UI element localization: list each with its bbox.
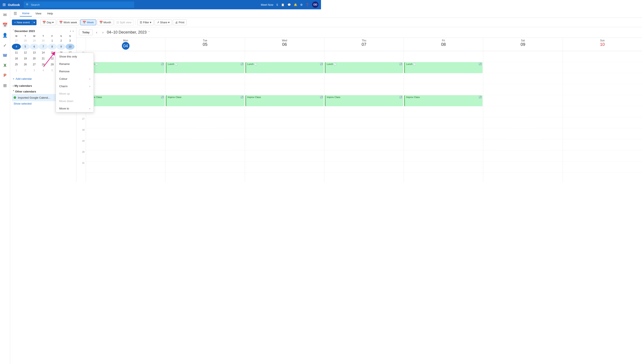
- time-slot[interactable]: [165, 73, 245, 84]
- search-bar[interactable]: 🔍: [24, 2, 134, 8]
- time-slot[interactable]: [245, 73, 321, 84]
- mini-cal-next[interactable]: ›: [72, 29, 75, 33]
- ctx-remove[interactable]: Remove: [56, 68, 94, 75]
- mini-cal-day[interactable]: 11: [12, 50, 21, 56]
- day-header-mon[interactable]: Mon 04: [86, 38, 165, 51]
- mini-cal-day[interactable]: 7: [39, 44, 48, 50]
- mini-cal-day[interactable]: 29: [48, 62, 57, 68]
- time-slot[interactable]: [86, 150, 165, 162]
- time-slot[interactable]: [86, 84, 165, 95]
- mini-cal-day[interactable]: 28: [39, 62, 48, 68]
- feedback-icon[interactable]: 💬: [287, 3, 291, 6]
- mini-cal-day[interactable]: 14: [39, 50, 48, 56]
- date-range-dropdown[interactable]: ˅: [148, 31, 150, 34]
- meet-now-label[interactable]: Meet Now: [261, 3, 273, 6]
- mini-cal-day[interactable]: 26: [21, 62, 30, 68]
- time-slot[interactable]: [245, 162, 321, 172]
- share-button[interactable]: ↗ Share ▾: [155, 20, 172, 25]
- today-button[interactable]: Today: [79, 30, 93, 35]
- time-slot[interactable]: [86, 73, 165, 84]
- time-slot[interactable]: [165, 139, 245, 150]
- view-day-button[interactable]: 📅 Day ▾: [40, 20, 56, 25]
- avatar[interactable]: OD: [312, 2, 318, 8]
- new-event-button[interactable]: + New event: [12, 20, 32, 25]
- office-icon[interactable]: 📋: [281, 3, 284, 6]
- people-icon[interactable]: 👤: [1, 32, 9, 39]
- mini-cal-day[interactable]: 1: [12, 68, 21, 74]
- time-slot[interactable]: [86, 51, 165, 62]
- view-workweek-button[interactable]: 📅 Work week: [57, 20, 79, 25]
- next-week-button[interactable]: ›: [101, 30, 105, 35]
- powerpoint-icon[interactable]: P: [2, 72, 8, 79]
- mini-cal-day[interactable]: 27: [12, 38, 21, 44]
- mini-cal-day[interactable]: 13: [30, 50, 39, 56]
- improv-event-wed[interactable]: Improv Class 🔄: [245, 95, 321, 106]
- mini-cal-day[interactable]: 3: [30, 68, 39, 74]
- menu-tab-view[interactable]: View: [33, 10, 44, 16]
- day-header-wed[interactable]: Wed 06: [245, 38, 321, 51]
- mini-cal-day[interactable]: 25: [12, 62, 21, 68]
- time-slot[interactable]: [165, 84, 245, 95]
- mini-cal-day[interactable]: 27: [30, 62, 39, 68]
- mini-cal-day[interactable]: 6: [30, 44, 39, 50]
- lunch-event-mon[interactable]: Lunch 🕐 🔄: [86, 62, 165, 73]
- apps-icon[interactable]: ⊞: [2, 82, 8, 89]
- mini-cal-day[interactable]: 3: [66, 38, 75, 44]
- mini-cal-day[interactable]: 2: [57, 38, 66, 44]
- lunch-event-wed[interactable]: Lunch 🕐 🔄: [245, 62, 321, 73]
- mini-cal-day[interactable]: 20: [30, 56, 39, 62]
- mini-cal-day[interactable]: 21: [39, 56, 48, 62]
- mini-cal-collapse[interactable]: ˇ: [12, 29, 15, 33]
- time-slot[interactable]: [245, 84, 321, 95]
- settings-icon[interactable]: ⚙: [300, 3, 303, 6]
- day-header-tue[interactable]: Tue 05: [165, 38, 245, 51]
- new-event-dropdown[interactable]: ▾: [32, 20, 37, 25]
- view-month-button[interactable]: 📅 Month: [97, 20, 114, 25]
- mini-cal-day[interactable]: 30: [39, 38, 48, 44]
- ctx-rename[interactable]: Rename: [56, 60, 94, 68]
- word-icon[interactable]: W: [2, 52, 8, 59]
- mini-cal-day-today[interactable]: 4: [12, 44, 21, 50]
- skype-icon[interactable]: S: [276, 3, 278, 6]
- search-input[interactable]: [31, 3, 132, 6]
- improv-event-mon[interactable]: Improv Class 🔄: [86, 95, 165, 106]
- ctx-colour[interactable]: Colour ›: [56, 75, 94, 82]
- apps-grid-icon[interactable]: ⊞: [3, 2, 6, 7]
- ctx-move-to[interactable]: Move to ›: [56, 105, 94, 112]
- time-slot[interactable]: [165, 51, 245, 62]
- time-slot[interactable]: [86, 162, 165, 172]
- mini-cal-day[interactable]: 28: [21, 38, 30, 44]
- calendar-icon[interactable]: 📅: [1, 21, 9, 29]
- filter-button[interactable]: ☰ Filter ▾: [137, 20, 154, 25]
- time-slot[interactable]: [165, 162, 245, 172]
- time-slot[interactable]: [245, 139, 321, 150]
- hamburger-menu[interactable]: ☰: [12, 10, 19, 17]
- ctx-charm[interactable]: Charm ›: [56, 82, 94, 90]
- time-slot[interactable]: [86, 117, 165, 128]
- excel-icon[interactable]: X: [2, 62, 8, 69]
- improv-event-tue[interactable]: Improv Class 🔄: [166, 95, 244, 106]
- mini-cal-day[interactable]: 29: [30, 38, 39, 44]
- time-slot[interactable]: [245, 128, 321, 139]
- time-slot[interactable]: [165, 128, 245, 139]
- menu-tab-help[interactable]: Help: [45, 10, 56, 16]
- day-col-mon[interactable]: Lunch 🕐 🔄 Improv Class 🔄: [86, 51, 165, 182]
- mini-cal-day[interactable]: 22: [48, 56, 57, 62]
- notifications-icon[interactable]: 🔔: [294, 3, 297, 6]
- time-slot[interactable]: [245, 150, 321, 162]
- mini-cal-prev[interactable]: ‹: [69, 29, 72, 33]
- time-slot[interactable]: [245, 117, 321, 128]
- day-col-tue[interactable]: Lunch 🕐 🔄 Improv Class 🔄: [165, 51, 245, 182]
- time-slot[interactable]: [86, 139, 165, 150]
- print-button[interactable]: 🖨 Print: [173, 20, 187, 25]
- time-slot[interactable]: [245, 106, 321, 117]
- day-col-wed[interactable]: Lunch 🕐 🔄 Improv Class 🔄: [245, 51, 321, 182]
- time-slot[interactable]: [86, 106, 165, 117]
- mini-cal-day[interactable]: 1: [48, 38, 57, 44]
- mini-cal-day[interactable]: 4: [39, 68, 48, 74]
- mini-cal-day[interactable]: 8: [48, 44, 57, 50]
- mini-cal-day[interactable]: 19: [21, 56, 30, 62]
- mini-cal-day[interactable]: 5: [21, 44, 30, 50]
- menu-tab-home[interactable]: Home: [20, 10, 32, 16]
- mini-cal-day[interactable]: 18: [12, 56, 21, 62]
